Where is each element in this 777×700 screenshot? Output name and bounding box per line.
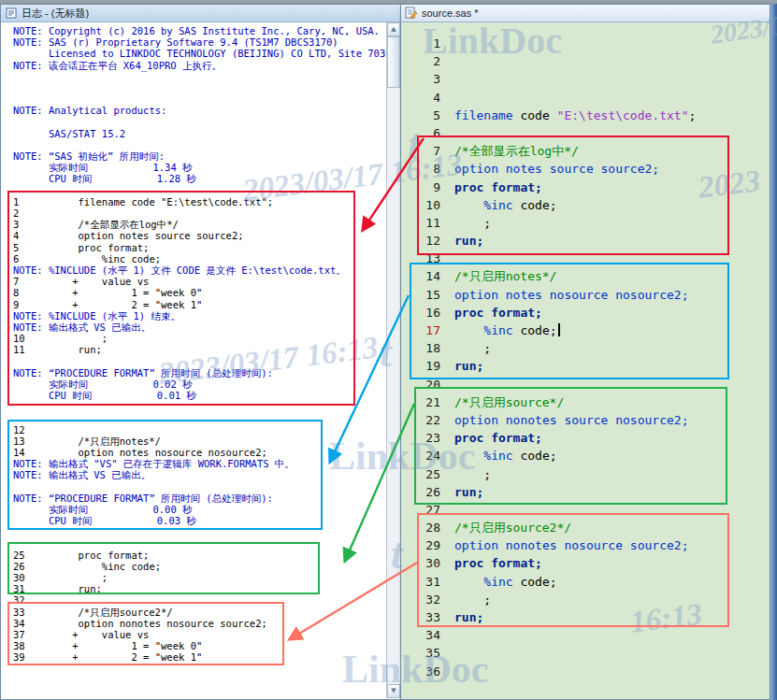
up-arrow-icon: ▲ [391, 25, 396, 33]
log-line: 13 /*只启用notes*/ [13, 436, 387, 447]
text-cursor [558, 323, 560, 336]
line-number: 13 [401, 250, 440, 267]
code-text: %inc code; [454, 447, 557, 464]
log-line [13, 481, 387, 493]
editor-window: source.sas * 12345filename code "E:\test… [400, 4, 770, 700]
editor-line[interactable]: 20 [401, 376, 770, 393]
code-text: option nonotes nosource source2; [454, 536, 688, 554]
log-line: 6 %inc code; [13, 253, 387, 264]
editor-line[interactable]: 14/*只启用notes*/ [401, 267, 770, 285]
scrollbar-down-button[interactable]: ▼ [387, 684, 400, 698]
log-line: NOTE: “PROCEDURE FORMAT” 所用时间 (总处理时间): [13, 493, 387, 504]
editor-line[interactable]: 32 ; [401, 591, 770, 608]
editor-line[interactable]: 3 [401, 70, 770, 88]
editor-line[interactable]: 4 [401, 89, 770, 107]
editor-line[interactable]: 15option notes nosource nosource2; [401, 286, 770, 304]
log-line [13, 412, 387, 423]
editor-window-icon [405, 5, 417, 22]
editor-line[interactable]: 24 %inc code; [401, 447, 770, 464]
editor-line[interactable]: 19run; [401, 357, 770, 375]
code-text: %inc code; [454, 573, 557, 591]
editor-line[interactable]: 22option nonotes source nosource2; [401, 411, 770, 429]
code-text: run; [454, 608, 483, 626]
log-line [13, 526, 387, 537]
editor-line[interactable]: 6 [401, 124, 770, 142]
log-line [13, 355, 387, 366]
editor-line[interactable]: 26run; [401, 483, 770, 501]
code-text: filename code "E:\test\code.txt"; [454, 107, 696, 124]
log-line: NOTE: “SAS 初始化” 所用时间: [13, 150, 387, 162]
log-line: NOTE: Copyright (c) 2016 by SAS Institut… [13, 25, 387, 36]
log-line: NOTE: SAS (r) Proprietary Software 9.4 (… [13, 36, 387, 48]
log-line: 实际时间 1.34 秒 [13, 162, 387, 173]
code-text: proc format; [454, 429, 542, 447]
line-number: 36 [401, 663, 440, 680]
code-text: /*只启用source2*/ [454, 519, 571, 536]
line-number: 9 [401, 179, 440, 196]
editor-line[interactable]: 2 [401, 52, 770, 70]
editor-window-titlebar[interactable]: source.sas * [401, 5, 770, 22]
code-text: /*只启用source*/ [454, 393, 564, 411]
log-line [13, 537, 387, 549]
code-text: option notes nosource nosource2; [454, 286, 688, 304]
editor-line[interactable]: 36 [401, 663, 770, 680]
log-line: CPU 时间 0.01 秒 [13, 390, 387, 401]
log-window-titlebar[interactable]: 日志 - (无标题) [1, 5, 401, 22]
editor-line[interactable]: 9proc format; [401, 179, 770, 196]
line-number: 12 [401, 232, 440, 250]
log-line: 34 option nonotes nosource source2; [13, 618, 387, 629]
editor-line[interactable]: 5filename code "E:\test\code.txt"; [401, 107, 770, 124]
editor-line[interactable]: 21/*只启用source*/ [401, 393, 770, 411]
scrollbar-up-button[interactable]: ▲ [387, 22, 400, 36]
editor-line[interactable]: 10 %inc code; [401, 196, 770, 214]
log-line: 11 run; [13, 344, 387, 355]
line-number: 2 [401, 52, 440, 70]
log-line: CPU 时间 0.03 秒 [13, 515, 387, 526]
line-number: 34 [401, 626, 440, 644]
editor-line[interactable]: 17 %inc code; [401, 321, 770, 339]
line-number: 35 [401, 644, 440, 662]
log-line: NOTE: 输出格式 "VS" 已存在于逻辑库 WORK.FORMATS 中。 [13, 458, 387, 469]
line-number: 16 [401, 304, 440, 321]
code-text: run; [454, 357, 483, 375]
editor-line[interactable]: 25 ; [401, 465, 770, 483]
editor-line[interactable]: 31 %inc code; [401, 573, 770, 591]
editor-line[interactable]: 28/*只启用source2*/ [401, 519, 770, 536]
log-line: Licensed to LINKDOC TECHNOLOGY (BEIJING)… [13, 48, 387, 59]
log-line [13, 401, 387, 412]
code-text: run; [454, 483, 483, 501]
editor-line[interactable]: 12run; [401, 232, 770, 250]
scrollbar-thumb[interactable] [387, 36, 400, 88]
editor-line[interactable]: 13 [401, 250, 770, 267]
line-number: 33 [401, 608, 440, 626]
code-text: /*全部显示在log中*/ [454, 142, 579, 160]
editor-line[interactable]: 29option nonotes nosource source2; [401, 536, 770, 554]
log-content: NOTE: Copyright (c) 2016 by SAS Institut… [1, 22, 387, 699]
editor-line[interactable]: 35 [401, 644, 770, 662]
editor-line[interactable]: 16proc format; [401, 304, 770, 321]
log-line: 32 [13, 594, 387, 606]
line-number: 17 [401, 321, 440, 339]
editor-line[interactable]: 34 [401, 626, 770, 644]
log-line: 26 %inc code; [13, 561, 387, 572]
log-line: 9 + 2 = "week 1" [13, 299, 387, 310]
line-number: 28 [401, 519, 440, 536]
log-line [13, 82, 387, 93]
line-number: 26 [401, 483, 440, 501]
editor-line[interactable]: 18 ; [401, 339, 770, 357]
line-number: 30 [401, 554, 440, 572]
editor-lines: 12345filename code "E:\test\code.txt";67… [401, 35, 770, 680]
editor-code-area[interactable]: 12345filename code "E:\test\code.txt";67… [401, 22, 770, 699]
editor-line[interactable]: 27 [401, 501, 770, 519]
editor-line[interactable]: 30proc format; [401, 554, 770, 572]
editor-line[interactable]: 7/*全部显示在log中*/ [401, 142, 770, 160]
editor-line[interactable]: 23proc format; [401, 429, 770, 447]
editor-line[interactable]: 1 [401, 35, 770, 52]
log-line: 12 [13, 424, 387, 436]
editor-line[interactable]: 8option notes source source2; [401, 160, 770, 178]
log-line: 4 option notes source source2; [13, 230, 387, 241]
log-scrollbar[interactable]: ▲ ▼ [386, 22, 400, 698]
editor-line[interactable]: 33run; [401, 608, 770, 626]
line-number: 25 [401, 465, 440, 483]
editor-line[interactable]: 11 ; [401, 214, 770, 232]
